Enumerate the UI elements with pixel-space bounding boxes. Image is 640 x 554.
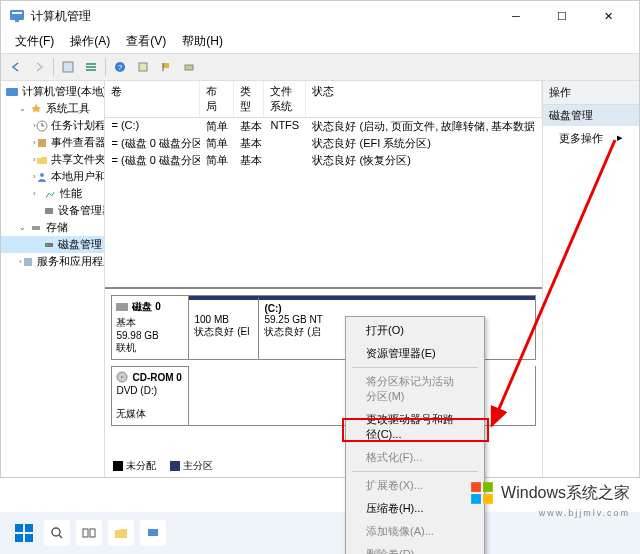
list-button[interactable] — [80, 56, 102, 78]
tree-task-scheduler[interactable]: ›任务计划程序 — [1, 117, 104, 134]
svg-rect-10 — [163, 63, 169, 68]
svg-rect-13 — [6, 88, 18, 96]
start-button[interactable] — [10, 519, 38, 547]
svg-rect-31 — [483, 494, 493, 504]
col-type[interactable]: 类型 — [234, 81, 264, 117]
svg-point-18 — [40, 173, 44, 177]
watermark-url: www.bjjmlv.com — [539, 508, 630, 518]
tree-disk-management[interactable]: 磁盘管理 — [1, 236, 104, 253]
ctx-change-drive[interactable]: 更改驱动器号和路径(C)... — [348, 408, 482, 446]
close-button[interactable]: ✕ — [585, 1, 631, 31]
taskbar-explorer[interactable] — [108, 520, 134, 546]
taskbar — [0, 512, 640, 554]
svg-rect-3 — [63, 62, 73, 72]
app-icon — [9, 8, 25, 24]
menubar: 文件(F) 操作(A) 查看(V) 帮助(H) — [1, 31, 639, 53]
ctx-extend: 扩展卷(X)... — [348, 474, 482, 497]
taskbar-search[interactable] — [44, 520, 70, 546]
flag-button[interactable] — [155, 56, 177, 78]
ctx-mirror: 添加镜像(A)... — [348, 520, 482, 543]
settings-button[interactable] — [178, 56, 200, 78]
svg-rect-39 — [90, 529, 95, 537]
svg-rect-28 — [471, 482, 481, 492]
volume-row[interactable]: = (磁盘 0 磁盘分区 4)简单基本状态良好 (恢复分区) — [105, 152, 541, 169]
refresh-button[interactable] — [132, 56, 154, 78]
back-button[interactable] — [5, 56, 27, 78]
menu-file[interactable]: 文件(F) — [7, 31, 62, 53]
svg-rect-34 — [15, 534, 23, 542]
tree-event-viewer[interactable]: ›事件查看器 — [1, 134, 104, 151]
ctx-mark-active: 将分区标记为活动分区(M) — [348, 370, 482, 408]
toolbar: ? — [1, 53, 639, 81]
watermark: Windows系统之家 — [469, 480, 630, 506]
ctx-explorer[interactable]: 资源管理器(E) — [348, 342, 482, 365]
tree-shared-folders[interactable]: ›共享文件夹 — [1, 151, 104, 168]
volume-table: 卷 布局 类型 文件系统 状态 = (C:)简单基本NTFS状态良好 (启动, … — [105, 81, 541, 287]
svg-rect-40 — [148, 529, 158, 536]
svg-point-22 — [46, 244, 48, 246]
maximize-button[interactable]: ☐ — [539, 1, 585, 31]
svg-rect-29 — [483, 482, 493, 492]
window-title: 计算机管理 — [31, 8, 493, 25]
svg-text:?: ? — [118, 63, 123, 72]
disk-0-label[interactable]: 磁盘 0 基本 59.98 GB 联机 — [111, 295, 189, 360]
col-filesystem[interactable]: 文件系统 — [264, 81, 306, 117]
col-status[interactable]: 状态 — [306, 81, 541, 117]
actions-more[interactable]: 更多操作▸ — [543, 126, 640, 151]
tree-services[interactable]: ›服务和应用程序 — [1, 253, 104, 270]
svg-line-37 — [59, 535, 62, 538]
legend-primary: 主分区 — [183, 460, 213, 471]
svg-rect-1 — [12, 12, 22, 14]
svg-rect-32 — [15, 524, 23, 532]
svg-rect-0 — [10, 10, 24, 20]
legend-unallocated: 未分配 — [126, 460, 156, 471]
partition-efi[interactable]: 100 MB 状态良好 (El — [189, 296, 259, 359]
svg-rect-23 — [24, 258, 32, 266]
tree-performance[interactable]: ›性能 — [1, 185, 104, 202]
col-layout[interactable]: 布局 — [200, 81, 234, 117]
svg-rect-6 — [86, 69, 96, 71]
col-volume[interactable]: 卷 — [105, 81, 200, 117]
svg-rect-33 — [25, 524, 33, 532]
cdrom-0-label[interactable]: CD-ROM 0 DVD (D:) 无媒体 — [111, 366, 189, 426]
tree-root[interactable]: 计算机管理(本地) — [1, 83, 104, 100]
volume-row[interactable]: = (C:)简单基本NTFS状态良好 (启动, 页面文件, 故障转储, 基本数据 — [105, 118, 541, 135]
menu-view[interactable]: 查看(V) — [118, 31, 174, 53]
menu-help[interactable]: 帮助(H) — [174, 31, 231, 53]
svg-rect-38 — [83, 529, 88, 537]
ctx-delete: 删除卷(D)... — [348, 543, 482, 554]
svg-rect-5 — [86, 66, 96, 68]
menu-action[interactable]: 操作(A) — [62, 31, 118, 53]
svg-rect-30 — [471, 494, 481, 504]
svg-rect-9 — [139, 63, 147, 71]
actions-header: 操作 — [543, 81, 640, 105]
prop-button[interactable] — [57, 56, 79, 78]
svg-rect-19 — [45, 208, 53, 214]
ctx-open[interactable]: 打开(O) — [348, 319, 482, 342]
context-menu: 打开(O) 资源管理器(E) 将分区标记为活动分区(M) 更改驱动器号和路径(C… — [345, 316, 485, 554]
svg-rect-17 — [38, 139, 46, 147]
svg-rect-35 — [25, 534, 33, 542]
taskbar-taskview[interactable] — [76, 520, 102, 546]
ctx-format: 格式化(F)... — [348, 446, 482, 469]
tree-system-tools[interactable]: ⌄系统工具 — [1, 100, 104, 117]
svg-point-26 — [121, 376, 123, 378]
svg-rect-12 — [185, 65, 193, 70]
tree-storage[interactable]: ⌄存储 — [1, 219, 104, 236]
help-icon[interactable]: ? — [109, 56, 131, 78]
titlebar: 计算机管理 ─ ☐ ✕ — [1, 1, 639, 31]
forward-button[interactable] — [28, 56, 50, 78]
ctx-shrink[interactable]: 压缩卷(H)... — [348, 497, 482, 520]
tree-device-manager[interactable]: 设备管理器 — [1, 202, 104, 219]
nav-tree: 计算机管理(本地) ⌄系统工具 ›任务计划程序 ›事件查看器 ›共享文件夹 ›本… — [1, 81, 105, 477]
minimize-button[interactable]: ─ — [493, 1, 539, 31]
actions-diskmgmt[interactable]: 磁盘管理 — [543, 105, 640, 126]
svg-rect-2 — [15, 20, 19, 22]
svg-rect-4 — [86, 63, 96, 65]
svg-rect-24 — [116, 303, 128, 311]
tree-local-users[interactable]: ›本地用户和组 — [1, 168, 104, 185]
volume-row[interactable]: = (磁盘 0 磁盘分区 1)简单基本状态良好 (EFI 系统分区) — [105, 135, 541, 152]
svg-point-36 — [52, 528, 60, 536]
taskbar-app[interactable] — [140, 520, 166, 546]
actions-pane: 操作 磁盘管理 更多操作▸ — [543, 81, 640, 477]
